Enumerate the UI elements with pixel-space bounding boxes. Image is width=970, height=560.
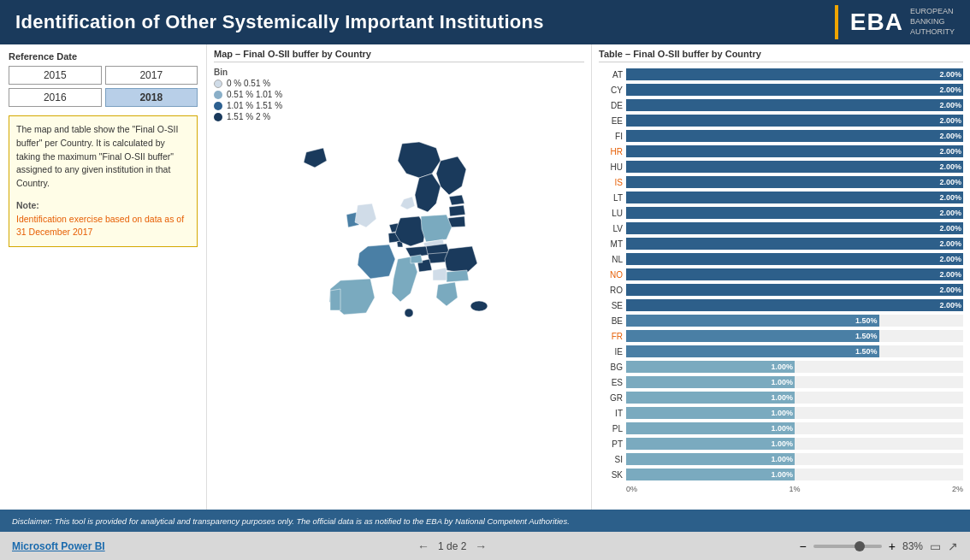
reference-date-label: Reference Date: [9, 51, 198, 62]
bar-fill: 1.00%: [626, 376, 795, 388]
bar-fill: 2.00%: [626, 176, 963, 188]
bar-value-label: 1.50%: [855, 347, 878, 356]
expand-icon[interactable]: ↗: [948, 539, 958, 553]
table-row: FI2.00%: [599, 129, 963, 143]
axis-labels: 0% 1% 2%: [626, 485, 963, 493]
legend-label-3: 1.01 % 1.51 %: [227, 101, 282, 110]
bar-value-label: 2.00%: [939, 85, 961, 94]
bar-fill: 2.00%: [626, 253, 963, 265]
bar-value-label: 2.00%: [939, 101, 961, 109]
prev-page-button[interactable]: ←: [416, 539, 431, 553]
bar-track: 2.00%: [626, 115, 963, 127]
table-row: MT2.00%: [599, 237, 963, 251]
bar-value-label: 1.00%: [771, 470, 793, 479]
info-box-text: The map and table show the "Final O-SII …: [16, 124, 178, 188]
country-label: AT: [599, 70, 623, 80]
table-row: BE1.50%: [599, 314, 963, 327]
axis-label-2: 2%: [952, 485, 963, 493]
bar-value-label: 2.00%: [939, 239, 961, 248]
bar-fill: 2.00%: [626, 145, 963, 157]
zoom-plus-icon[interactable]: +: [889, 539, 896, 553]
axis-label-0: 0%: [626, 485, 637, 493]
bar-value-label: 2.00%: [939, 209, 961, 217]
bar-fill: 1.50%: [626, 315, 879, 327]
pagination: ← 1 de 2 →: [416, 539, 488, 553]
legend-dot-2: [214, 91, 222, 99]
zoom-minus-icon[interactable]: −: [800, 539, 807, 553]
country-label: HR: [599, 147, 623, 156]
legend-label-2: 0.51 % 1.01 %: [227, 90, 282, 99]
country-label: NO: [599, 270, 623, 280]
bar-fill: 2.00%: [626, 222, 963, 234]
bar-track: 2.00%: [626, 84, 963, 96]
page-title: Identification of Other Systemically Imp…: [15, 11, 544, 33]
bar-value-label: 1.00%: [771, 424, 793, 433]
bar-track: 2.00%: [626, 145, 963, 157]
country-label: SI: [599, 455, 623, 464]
country-label: SK: [599, 470, 623, 480]
date-btn-2015[interactable]: 2015: [9, 66, 102, 85]
next-page-button[interactable]: →: [473, 539, 488, 553]
country-label: BG: [599, 363, 623, 372]
fullscreen-icon[interactable]: ▭: [930, 539, 941, 553]
table-row: IT1.00%: [599, 406, 963, 420]
table-title: Table – Final O-SII buffer by Country: [599, 49, 963, 62]
date-btn-2016[interactable]: 2016: [9, 88, 102, 107]
bar-track: 2.00%: [626, 176, 963, 188]
bar-track: 2.00%: [626, 68, 963, 80]
bar-fill: 1.00%: [626, 453, 795, 465]
eba-name: EBA: [850, 9, 903, 36]
bar-track: 2.00%: [626, 284, 963, 296]
bar-track: 1.00%: [626, 361, 963, 373]
date-btn-2017[interactable]: 2017: [105, 66, 198, 85]
table-row: NO2.00%: [599, 268, 963, 281]
country-label: EE: [599, 116, 623, 126]
bottom-right-controls: − + 83% ▭ ↗: [800, 539, 958, 553]
bar-fill: 1.00%: [626, 392, 795, 404]
legend-item-3: 1.01 % 1.51 %: [214, 101, 584, 110]
table-row: SE2.00%: [599, 298, 963, 312]
bar-value-label: 2.00%: [939, 70, 961, 79]
axis-label-1: 1%: [789, 485, 800, 493]
bar-track: 2.00%: [626, 222, 963, 234]
map-container: [214, 127, 584, 520]
bar-fill: 2.00%: [626, 130, 963, 142]
info-box: The map and table show the "Final O-SII …: [9, 115, 198, 247]
country-label: PL: [599, 424, 623, 433]
zoom-slider[interactable]: [813, 545, 882, 548]
bar-track: 2.00%: [626, 299, 963, 311]
svg-point-2: [405, 309, 413, 317]
bottom-bar: Microsoft Power BI ← 1 de 2 → − + 83% ▭ …: [0, 532, 970, 560]
bar-track: 1.50%: [626, 330, 963, 342]
bar-value-label: 1.00%: [771, 409, 793, 417]
country-label: RO: [599, 286, 623, 295]
date-btn-2018[interactable]: 2018: [105, 88, 198, 107]
country-label: ES: [599, 378, 623, 387]
bar-fill: 2.00%: [626, 192, 963, 203]
note-text: Identification exercise based on data as…: [16, 214, 184, 238]
map-title: Map – Final O-SII buffer by Country: [214, 49, 584, 62]
europe-map-svg: [214, 127, 584, 511]
table-row: AT2.00%: [599, 68, 963, 81]
bar-value-label: 2.00%: [939, 301, 961, 309]
bar-value-label: 1.00%: [771, 439, 793, 448]
bar-track: 1.00%: [626, 453, 963, 465]
table-row: BG1.00%: [599, 360, 963, 374]
main-content: Reference Date 2015 2017 2016 2018 The m…: [0, 44, 970, 510]
table-row: IS2.00%: [599, 175, 963, 189]
country-label: SE: [599, 301, 623, 310]
country-label: LU: [599, 209, 623, 218]
powerbi-link[interactable]: Microsoft Power BI: [12, 540, 105, 552]
bar-value-label: 2.00%: [939, 270, 961, 279]
country-label: LT: [599, 193, 623, 203]
legend-item-1: 0 % 0.51 %: [214, 79, 584, 88]
bar-fill: 2.00%: [626, 115, 963, 127]
eba-logo: EBA EUROPEAN BANKING AUTHORITY: [835, 5, 955, 39]
bar-track: 2.00%: [626, 161, 963, 173]
bar-value-label: 2.00%: [939, 224, 961, 233]
country-label: IT: [599, 409, 623, 418]
bar-fill: 2.00%: [626, 299, 963, 311]
bar-fill: 2.00%: [626, 84, 963, 96]
bar-track: 2.00%: [626, 268, 963, 280]
bar-value-label: 1.00%: [771, 363, 793, 371]
